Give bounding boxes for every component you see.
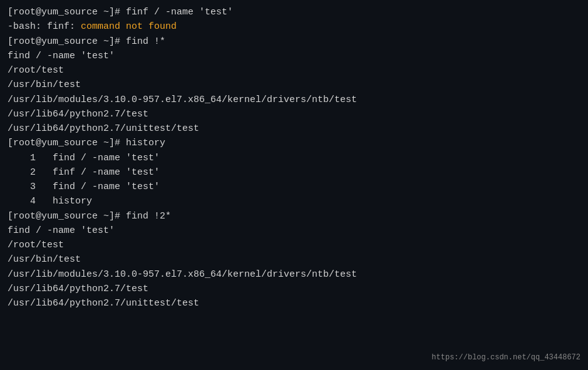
output-8: /root/test <box>8 240 64 250</box>
output-12: /usr/lib64/python2.7/unittest/test <box>8 298 199 309</box>
line-18: /usr/bin/test <box>8 252 580 267</box>
line-9: /usr/lib64/python2.7/unittest/test <box>8 121 580 136</box>
output-1: find / -name 'test' <box>8 51 115 61</box>
prompt-3: [root@yum_source ~]# history <box>8 138 165 148</box>
line-10: [root@yum_source ~]# history <box>8 136 580 150</box>
line-13: 3 find / -name 'test' <box>8 180 580 194</box>
output-6: /usr/lib64/python2.7/unittest/test <box>8 123 199 134</box>
history-4: 4 history <box>8 196 92 207</box>
output-4: /usr/lib/modules/3.10.0-957.el7.x86_64/k… <box>8 95 357 105</box>
prompt-2: [root@yum_source ~]# find !* <box>8 36 165 47</box>
line-8: /usr/lib64/python2.7/test <box>8 107 580 121</box>
prompt-4: [root@yum_source ~]# find !2* <box>8 211 171 222</box>
line-14: 4 history <box>8 194 580 208</box>
output-7: find / -name 'test' <box>8 225 115 236</box>
output-3: /usr/bin/test <box>8 80 81 90</box>
error-message: command not found <box>81 21 177 32</box>
line-19: /usr/lib/modules/3.10.0-957.el7.x86_64/k… <box>8 267 580 282</box>
line-5: /root/test <box>8 63 580 78</box>
output-10: /usr/lib/modules/3.10.0-957.el7.x86_64/k… <box>8 269 357 280</box>
history-3: 3 find / -name 'test' <box>8 182 160 192</box>
line-1: [root@yum_source ~]# finf / -name 'test' <box>8 5 580 19</box>
error-label: -bash: finf: <box>8 21 81 32</box>
output-2: /root/test <box>8 65 64 76</box>
output-11: /usr/lib64/python2.7/test <box>8 284 148 294</box>
prompt-1: [root@yum_source ~]# finf / -name 'test' <box>8 7 233 18</box>
output-9: /usr/bin/test <box>8 254 81 265</box>
history-2: 2 finf / -name 'test' <box>8 167 160 178</box>
output-5: /usr/lib64/python2.7/test <box>8 109 148 120</box>
line-20: /usr/lib64/python2.7/test <box>8 282 580 296</box>
line-21: /usr/lib64/python2.7/unittest/test <box>8 296 580 311</box>
line-2: -bash: finf: command not found <box>8 19 580 34</box>
line-7: /usr/lib/modules/3.10.0-957.el7.x86_64/k… <box>8 93 580 107</box>
history-1: 1 find / -name 'test' <box>8 153 160 163</box>
line-12: 2 finf / -name 'test' <box>8 165 580 180</box>
line-17: /root/test <box>8 238 580 252</box>
line-15: [root@yum_source ~]# find !2* <box>8 209 580 224</box>
line-16: find / -name 'test' <box>8 224 580 238</box>
terminal: [root@yum_source ~]# finf / -name 'test'… <box>0 0 588 370</box>
watermark: https://blog.csdn.net/qq_43448672 <box>431 352 580 364</box>
line-6: /usr/bin/test <box>8 78 580 92</box>
line-11: 1 find / -name 'test' <box>8 151 580 165</box>
line-4: find / -name 'test' <box>8 49 580 63</box>
line-3: [root@yum_source ~]# find !* <box>8 34 580 49</box>
